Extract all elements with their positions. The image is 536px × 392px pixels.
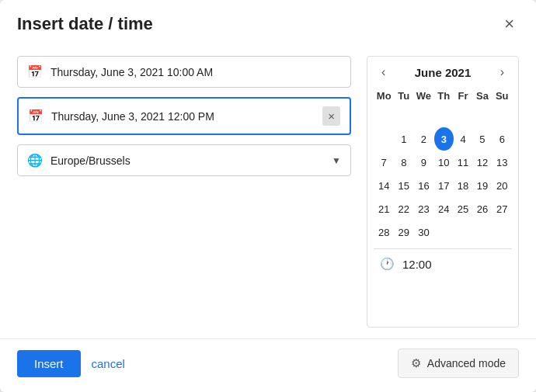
calendar-day-19[interactable]: 19 [472,174,492,197]
calendar-week-row: 14151617181920 [374,174,512,197]
footer-left: Insert cancel [17,350,125,377]
insert-button[interactable]: Insert [17,350,81,377]
prev-month-button[interactable]: ‹ [377,64,390,80]
calendar-day-23[interactable]: 23 [413,197,434,220]
calendar-day-2[interactable]: 2 [413,127,434,151]
weekday-tu: Tu [394,88,413,104]
calendar-day-empty [394,104,413,127]
calendar-day-8[interactable]: 8 [394,151,413,174]
dialog-body: 📅 Thursday, June 3, 2021 10:00 AM 📅 Thur… [0,43,536,335]
clear-end-date-button[interactable]: × [322,106,340,126]
next-month-button[interactable]: › [496,64,509,80]
gear-icon: ⚙ [411,356,421,370]
calendar-grid: Mo Tu We Th Fr Sa Su 1234567891011121314… [374,88,512,244]
time-row: 🕐 12:00 [374,248,512,276]
calendar-day-10[interactable]: 10 [434,151,454,174]
calendar-day-7[interactable]: 7 [374,151,394,174]
end-date-text: Thursday, June 3, 2021 12:00 PM [51,110,315,123]
timezone-value: Europe/Brussels [50,154,324,167]
weekday-fr: Fr [454,88,473,104]
weekday-sa: Sa [472,88,492,104]
calendar-day-empty [472,104,492,127]
calendar-day-14[interactable]: 14 [374,174,394,197]
calendar-day-29[interactable]: 29 [394,220,413,244]
calendar-day-21[interactable]: 21 [374,197,394,220]
right-panel: ‹ June 2021 › Mo Tu We Th Fr Sa [367,56,519,328]
calendar-day-1[interactable]: 1 [394,127,413,151]
dialog-header: Insert date / time × [0,0,536,43]
calendar-week-row: 21222324252627 [374,197,512,220]
calendar-icon-start: 📅 [27,64,43,79]
end-date-input[interactable]: 📅 Thursday, June 3, 2021 12:00 PM × [17,97,351,135]
weekday-th: Th [434,88,454,104]
month-year-label: June 2021 [415,66,472,79]
calendar-day-empty [454,104,473,127]
calendar-day-empty [454,220,473,244]
calendar-day-27[interactable]: 27 [492,197,513,220]
calendar-day-3[interactable]: 3 [434,127,454,151]
calendar-day-11[interactable]: 11 [454,151,473,174]
calendar-day-5[interactable]: 5 [472,127,492,151]
insert-datetime-dialog: Insert date / time × 📅 Thursday, June 3,… [0,0,536,392]
calendar: ‹ June 2021 › Mo Tu We Th Fr Sa [367,56,519,328]
calendar-day-empty [374,127,394,151]
calendar-day-16[interactable]: 16 [413,174,434,197]
calendar-header: ‹ June 2021 › [374,64,512,80]
calendar-day-18[interactable]: 18 [454,174,473,197]
calendar-day-empty [374,104,394,127]
clock-icon: 🕐 [380,257,395,271]
dialog-footer: Insert cancel ⚙ Advanced mode [0,338,536,392]
calendar-day-empty [434,220,454,244]
calendar-day-25[interactable]: 25 [454,197,473,220]
start-date-text: Thursday, June 3, 2021 10:00 AM [50,66,341,78]
calendar-week-row: 123456 [374,127,512,151]
dialog-title: Insert date / time [17,14,153,34]
calendar-day-9[interactable]: 9 [413,151,434,174]
weekday-we: We [413,88,434,104]
close-button[interactable]: × [499,14,519,34]
calendar-day-empty [492,220,513,244]
calendar-day-28[interactable]: 28 [374,220,394,244]
calendar-day-6[interactable]: 6 [492,127,513,151]
calendar-day-24[interactable]: 24 [434,197,454,220]
globe-icon: 🌐 [27,153,43,168]
calendar-day-20[interactable]: 20 [492,174,513,197]
calendar-day-15[interactable]: 15 [394,174,413,197]
time-value: 12:00 [402,258,432,271]
start-date-input[interactable]: 📅 Thursday, June 3, 2021 10:00 AM [17,56,351,88]
left-panel: 📅 Thursday, June 3, 2021 10:00 AM 📅 Thur… [17,56,351,328]
weekday-header-row: Mo Tu We Th Fr Sa Su [374,88,512,104]
calendar-day-empty [434,104,454,127]
calendar-day-empty [492,104,513,127]
calendar-day-empty [472,220,492,244]
calendar-day-12[interactable]: 12 [472,151,492,174]
weekday-mo: Mo [374,88,394,104]
chevron-down-icon: ▼ [332,155,341,166]
calendar-day-4[interactable]: 4 [454,127,473,151]
calendar-week-row: 282930 [374,220,512,244]
calendar-week-row: 78910111213 [374,151,512,174]
timezone-select[interactable]: 🌐 Europe/Brussels ▼ [17,144,351,176]
calendar-day-26[interactable]: 26 [472,197,492,220]
calendar-icon-end: 📅 [28,109,44,123]
calendar-day-30[interactable]: 30 [413,220,434,244]
advanced-mode-label: Advanced mode [427,357,506,369]
advanced-mode-button[interactable]: ⚙ Advanced mode [398,349,519,378]
weekday-su: Su [492,88,513,104]
calendar-week-row [374,104,512,127]
cancel-button[interactable]: cancel [92,357,125,370]
calendar-day-13[interactable]: 13 [492,151,513,174]
calendar-day-22[interactable]: 22 [394,197,413,220]
calendar-day-empty [413,104,434,127]
calendar-day-17[interactable]: 17 [434,174,454,197]
